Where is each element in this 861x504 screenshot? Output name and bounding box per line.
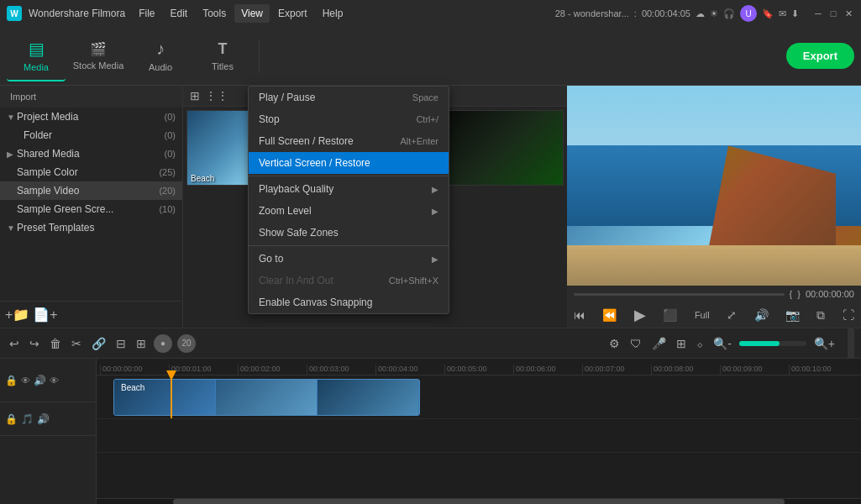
- step-back-button[interactable]: ⏪: [602, 308, 617, 322]
- mic-button[interactable]: 🎤: [649, 334, 669, 353]
- tree-label: Sample Green Scre...: [17, 203, 159, 215]
- media-item-green[interactable]: [440, 110, 564, 186]
- speed-btn[interactable]: 20: [177, 334, 196, 353]
- submenu-arrow: ▶: [432, 207, 438, 216]
- link-button[interactable]: 🔗: [89, 334, 108, 353]
- tree-item-project-media[interactable]: ▼ Project Media (0): [0, 108, 182, 126]
- camera-icon[interactable]: 👁: [50, 375, 59, 386]
- menu-item-playback-quality[interactable]: Playback Quality ▶: [249, 178, 449, 200]
- mail-icon[interactable]: ✉: [779, 8, 786, 19]
- menu-item-fullscreen[interactable]: Full Screen / Restore Alt+Enter: [249, 130, 449, 152]
- menu-item-zoom-level[interactable]: Zoom Level ▶: [249, 200, 449, 222]
- tree-item-folder[interactable]: Folder (0): [0, 126, 182, 144]
- timeline-scrollbar[interactable]: [97, 498, 861, 504]
- menu-item-show-safe-zones[interactable]: Show Safe Zones: [249, 222, 449, 244]
- timeline-tracks: Beach: [97, 375, 861, 498]
- pip-button[interactable]: ⧉: [816, 308, 825, 323]
- eye-icon[interactable]: 👁: [21, 375, 30, 386]
- zoom-in-button[interactable]: 🔍+: [811, 334, 837, 353]
- tree-item-shared-media[interactable]: ▶ Shared Media (0): [0, 144, 182, 163]
- menu-item-label: Playback Quality: [259, 183, 333, 195]
- menu-help[interactable]: Help: [316, 4, 350, 23]
- screenshot-button[interactable]: 📷: [785, 308, 800, 322]
- menu-export[interactable]: Export: [271, 4, 314, 23]
- lock-icon[interactable]: 🔒: [5, 375, 18, 386]
- circle-btn[interactable]: ●: [154, 334, 172, 353]
- cloud-icon[interactable]: ☁: [696, 8, 705, 19]
- menu-item-stop[interactable]: Stop Ctrl+/: [249, 108, 449, 130]
- sun-icon[interactable]: ☀: [710, 8, 718, 19]
- split-button[interactable]: ⊞: [134, 334, 149, 353]
- split-audio-button[interactable]: ⊞: [674, 334, 689, 353]
- tab-audio[interactable]: ♪ Audio: [131, 31, 190, 81]
- menu-item-enable-canvas[interactable]: Enable Canvas Snapping: [249, 291, 449, 313]
- speaker-icon[interactable]: 🔊: [34, 375, 46, 386]
- filter-icon[interactable]: ⊞: [190, 89, 200, 102]
- headphone-icon[interactable]: 🎧: [723, 8, 735, 19]
- menu-tools[interactable]: Tools: [196, 4, 233, 23]
- tree-item-sample-video[interactable]: Sample Video (20): [0, 181, 182, 200]
- audio-lock-icon[interactable]: 🔒: [5, 413, 18, 425]
- fullscreen-button[interactable]: ⛶: [843, 308, 854, 322]
- download-icon[interactable]: ⬇: [791, 8, 799, 19]
- tree-count: (0): [165, 112, 176, 122]
- timeline: ↩ ↪ 🗑 ✂ 🔗 ⊟ ⊞ ● 20 ⚙ 🛡 🎤 ⊞ ⬦ 🔍- 🔍+ 🔒 👁 🔊…: [0, 328, 861, 504]
- menu-view[interactable]: View: [234, 4, 270, 23]
- tab-media[interactable]: ▤ Media: [7, 31, 66, 81]
- minimize-button[interactable]: ─: [812, 8, 824, 19]
- panel-toolbar: Import: [0, 86, 182, 108]
- add-file-button[interactable]: 📄+: [33, 307, 57, 323]
- scrollbar-thumb[interactable]: [173, 499, 785, 504]
- preview-seekbar[interactable]: [574, 293, 785, 296]
- collapse-panel[interactable]: [848, 328, 854, 359]
- zoom-out-button[interactable]: 🔍-: [711, 334, 734, 353]
- shield-button[interactable]: 🛡: [627, 334, 644, 353]
- settings-button[interactable]: ⚙: [606, 334, 622, 353]
- undo-button[interactable]: ↩: [7, 334, 22, 353]
- track-lane-audio: [97, 419, 861, 453]
- redo-button[interactable]: ↪: [27, 334, 42, 353]
- tab-titles[interactable]: T Titles: [193, 31, 252, 81]
- menu-item-play-pause[interactable]: Play / Pause Space: [249, 87, 449, 108]
- crop-button[interactable]: ⤢: [727, 308, 737, 322]
- audio-label: Audio: [149, 62, 172, 72]
- ruler-mark-8: 00:00:08:00: [651, 365, 720, 375]
- tree-item-preset-templates[interactable]: ▼ Preset Templates: [0, 218, 182, 237]
- expand-arrow: ▼: [7, 223, 17, 233]
- delete-button[interactable]: 🗑: [47, 334, 64, 353]
- cut-button[interactable]: ✂: [69, 334, 84, 353]
- track-clip-beach[interactable]: Beach: [113, 379, 420, 416]
- bookmark-icon[interactable]: 🔖: [762, 8, 774, 19]
- zoom-slider[interactable]: [739, 341, 806, 346]
- sort-icon[interactable]: ⋮⋮: [205, 89, 228, 102]
- menu-item-label: Zoom Level: [259, 205, 312, 217]
- quality-selector[interactable]: Full: [695, 310, 710, 320]
- titles-label: Titles: [212, 61, 234, 71]
- menu-file[interactable]: File: [132, 4, 161, 23]
- keyframe-button[interactable]: ⬦: [694, 334, 706, 353]
- close-button[interactable]: ✕: [843, 8, 854, 19]
- restore-button[interactable]: □: [827, 8, 839, 19]
- adjust-button[interactable]: ⊟: [113, 334, 129, 353]
- preview-scene: [567, 86, 861, 286]
- stock-icon: 🎬: [90, 41, 107, 57]
- app-logo: W: [7, 6, 22, 21]
- menu-item-go-to[interactable]: Go to ▶: [249, 248, 449, 270]
- tree-item-sample-color[interactable]: Sample Color (25): [0, 163, 182, 181]
- import-button[interactable]: Import: [5, 89, 41, 104]
- add-folder-button[interactable]: +📁: [5, 307, 29, 323]
- skip-back-button[interactable]: ⏮: [574, 308, 585, 322]
- titles-icon: T: [218, 40, 228, 58]
- menu-item-vertical-screen[interactable]: Vertical Screen / Restore: [249, 152, 449, 174]
- menu-edit[interactable]: Edit: [164, 4, 195, 23]
- stop-button[interactable]: ⬛: [663, 308, 677, 322]
- play-button[interactable]: ▶: [634, 306, 646, 324]
- tab-stock-media[interactable]: 🎬 Stock Media: [69, 31, 128, 81]
- tree-item-sample-green[interactable]: Sample Green Scre... (10): [0, 200, 182, 218]
- audio-speaker-icon[interactable]: 🔊: [37, 413, 50, 425]
- audio-eye-icon[interactable]: 🎵: [21, 413, 34, 425]
- track-lane-video: Beach: [97, 375, 861, 419]
- volume-button[interactable]: 🔊: [754, 308, 769, 322]
- track-header-audio: 🔒 🎵 🔊: [0, 402, 96, 436]
- export-button[interactable]: Export: [786, 43, 854, 69]
